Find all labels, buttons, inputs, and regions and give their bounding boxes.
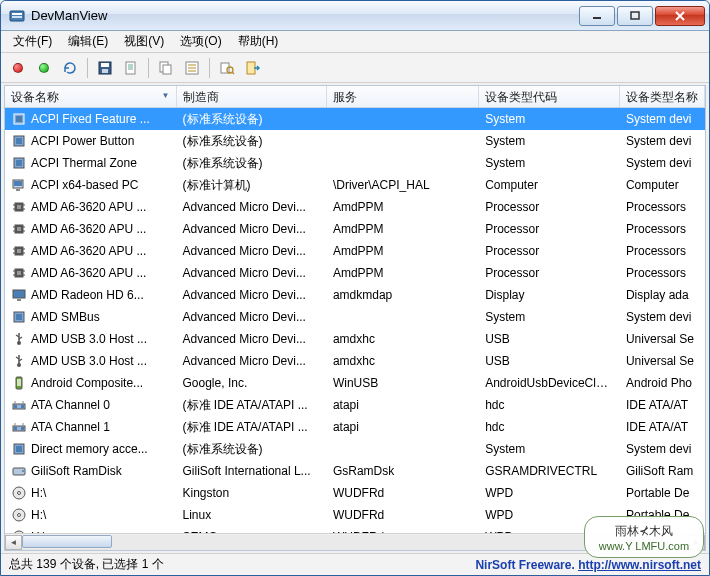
svg-rect-10 [126,62,135,74]
column-service[interactable]: 服务 [327,86,479,107]
cell-vendor: Advanced Micro Devi... [177,264,327,282]
cpu-icon [11,199,27,215]
column-vendor[interactable]: 制造商 [177,86,327,107]
cell-vendor: (标准系统设备) [177,131,327,152]
table-row[interactable]: ATA Channel 1(标准 IDE ATA/ATAPI ...atapih… [5,416,705,438]
svg-rect-34 [17,205,21,209]
enable-button[interactable] [33,57,55,79]
cell-typename: Computer [620,176,705,194]
maximize-button[interactable] [617,6,653,26]
svg-rect-25 [16,116,22,122]
cell-name: H:\ [31,508,46,522]
cell-service: amdxhc [327,330,479,348]
nirsoft-link[interactable]: http://www.nirsoft.net [578,558,701,572]
cpu-icon [11,243,27,259]
disable-button[interactable] [7,57,29,79]
minimize-button[interactable] [579,6,615,26]
cell-vendor: Advanced Micro Devi... [177,220,327,238]
cell-service: atapi [327,418,479,436]
find-button[interactable] [216,57,238,79]
svg-line-22 [232,72,234,74]
cell-vendor: Advanced Micro Devi... [177,198,327,216]
copy-button[interactable] [155,57,177,79]
table-row[interactable]: H:\SEMCWUDFRdWPD [5,526,705,533]
menu-view[interactable]: 视图(V) [116,31,172,52]
cell-name: ACPI Fixed Feature ... [31,112,150,126]
svg-rect-78 [16,446,22,452]
table-row[interactable]: AMD A6-3620 APU ...Advanced Micro Devi..… [5,240,705,262]
svg-rect-52 [17,271,21,275]
table-row[interactable]: AMD USB 3.0 Host ...Advanced Micro Devi.… [5,328,705,350]
cell-vendor: Advanced Micro Devi... [177,286,327,304]
cell-typename: Universal Se [620,330,705,348]
window-title: DevManView [31,8,579,23]
svg-point-82 [18,492,21,495]
cell-service: AmdPPM [327,198,479,216]
svg-rect-60 [16,314,22,320]
display-icon [11,287,27,303]
titlebar[interactable]: DevManView [1,1,709,31]
scroll-track[interactable] [22,535,688,550]
cell-service: AmdPPM [327,242,479,260]
cpu-icon [11,265,27,281]
table-row[interactable]: ATA Channel 0(标准 IDE ATA/ATAPI ...atapih… [5,394,705,416]
table-row[interactable]: GiliSoft RamDiskGiliSoft International L… [5,460,705,482]
refresh-button[interactable] [59,57,81,79]
scroll-thumb[interactable] [22,535,112,548]
menu-options[interactable]: 选项(O) [172,31,229,52]
svg-rect-9 [102,69,108,73]
table-row[interactable]: Direct memory acce...(标准系统设备)SystemSyste… [5,438,705,460]
cell-name: AMD Radeon HD 6... [31,288,144,302]
chip-icon [11,441,27,457]
column-typename[interactable]: 设备类型名称 [620,86,705,107]
svg-rect-69 [21,405,24,408]
table-row[interactable]: AMD A6-3620 APU ...Advanced Micro Devi..… [5,218,705,240]
table-row[interactable]: H:\KingstonWUDFRdWPDPortable De [5,482,705,504]
cell-typecode: Processor [479,242,620,260]
copy-icon [158,60,174,76]
usb-icon [11,331,27,347]
horizontal-scrollbar[interactable]: ◄ ► [5,533,705,550]
cell-typecode: WPD [479,506,620,524]
table-row[interactable]: AMD Radeon HD 6...Advanced Micro Devi...… [5,284,705,306]
exit-button[interactable] [242,57,264,79]
cell-typename: System devi [620,132,705,150]
svg-rect-73 [14,427,17,430]
table-row[interactable]: AMD A6-3620 APU ...Advanced Micro Devi..… [5,262,705,284]
close-button[interactable] [655,6,705,26]
table-row[interactable]: ACPI Thermal Zone(标准系统设备)SystemSystem de… [5,152,705,174]
column-typecode[interactable]: 设备类型代码 [479,86,620,107]
table-row[interactable]: H:\LinuxWUDFRdWPDPortable De [5,504,705,526]
cell-typename: System devi [620,110,705,128]
svg-rect-27 [16,138,22,144]
cell-vendor: Kingston [177,484,327,502]
table-row[interactable]: AMD SMBusAdvanced Micro Devi...SystemSys… [5,306,705,328]
menu-help[interactable]: 帮助(H) [230,31,287,52]
cell-service: GsRamDsk [327,462,479,480]
table-row[interactable]: ACPI x64-based PC(标准计算机)\Driver\ACPI_HAL… [5,174,705,196]
open-button[interactable] [120,57,142,79]
cell-vendor: (标准 IDE ATA/ATAPI ... [177,395,327,416]
cell-typecode: USB [479,330,620,348]
scroll-left-button[interactable]: ◄ [5,535,22,550]
cell-typecode: Display [479,286,620,304]
table-row[interactable]: AMD USB 3.0 Host ...Advanced Micro Devi.… [5,350,705,372]
table-row[interactable]: AMD A6-3620 APU ...Advanced Micro Devi..… [5,196,705,218]
cell-typename: Display ada [620,286,705,304]
device-table: 设备名称 制造商 服务 设备类型代码 设备类型名称 ACPI Fixed Fea… [4,85,706,551]
table-body[interactable]: ACPI Fixed Feature ...(标准系统设备)SystemSyst… [5,108,705,533]
svg-rect-74 [21,427,24,430]
menu-edit[interactable]: 编辑(E) [60,31,116,52]
table-row[interactable]: ACPI Fixed Feature ...(标准系统设备)SystemSyst… [5,108,705,130]
svg-rect-15 [163,65,171,74]
column-name[interactable]: 设备名称 [5,86,177,107]
table-row[interactable]: Android Composite...Google, Inc.WinUSBAn… [5,372,705,394]
svg-rect-32 [16,189,20,191]
menu-file[interactable]: 文件(F) [5,31,60,52]
save-button[interactable] [94,57,116,79]
scroll-right-button[interactable]: ► [688,535,705,550]
cell-name: Direct memory acce... [31,442,148,456]
app-window: DevManView 文件(F) 编辑(E) 视图(V) 选项(O) 帮助(H)… [0,0,710,576]
properties-button[interactable] [181,57,203,79]
table-row[interactable]: ACPI Power Button(标准系统设备)SystemSystem de… [5,130,705,152]
